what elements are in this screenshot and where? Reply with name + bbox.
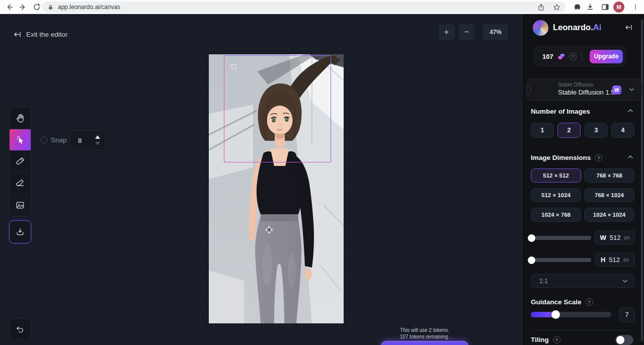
select-cursor-icon [15, 135, 26, 145]
undo-button[interactable] [9, 318, 31, 340]
selection-box[interactable] [224, 55, 331, 162]
tiling-toggle-knob[interactable] [616, 336, 624, 344]
snap-label: Snap [51, 136, 67, 144]
coins-icon [557, 52, 566, 61]
width-slider-handle[interactable] [528, 234, 535, 242]
paint-brush-icon [15, 156, 25, 166]
width-slider[interactable] [531, 236, 591, 240]
select-tool-button[interactable] [10, 129, 31, 151]
guidance-scale-help-icon[interactable]: ? [586, 298, 593, 306]
tiling-toggle[interactable] [615, 335, 633, 345]
dimension-option-1024x1024[interactable]: 1024 × 1024 [584, 208, 634, 222]
sidebar-scrollbar[interactable] [641, 19, 643, 341]
dimension-option-512x512[interactable]: 512 × 512 [531, 168, 581, 183]
tiling-help-icon[interactable]: ? [553, 336, 560, 343]
divider [531, 330, 634, 330]
brand-name: Leonardo. [553, 23, 593, 32]
guidance-scale-header: Guidance Scale ? [531, 298, 593, 306]
extensions-icon[interactable] [573, 3, 582, 12]
height-value: 512 [609, 256, 620, 264]
collapse-number-of-images-icon[interactable] [627, 109, 634, 116]
dimension-option-768x1024[interactable]: 768 × 1024 [584, 188, 634, 202]
guidance-scale-title: Guidance Scale [531, 298, 582, 306]
address-bar[interactable]: app.leonardo.ai/canvas [42, 2, 566, 13]
width-unit: px [624, 234, 629, 240]
url-text: app.leonardo.ai/canvas [58, 4, 537, 11]
move-cursor-icon [265, 225, 274, 234]
num-images-option-4[interactable]: 4 [611, 123, 634, 138]
generate-button[interactable] [381, 341, 468, 345]
tokens-help-icon[interactable]: ? [569, 53, 577, 60]
snap-toggle-icon[interactable] [40, 136, 47, 143]
height-value-box[interactable]: H 512 px [595, 252, 635, 267]
height-slider[interactable] [531, 258, 591, 262]
upgrade-button[interactable]: Upgrade [590, 50, 623, 63]
undo-arrow-icon [15, 324, 25, 334]
sidebar-panel-icon[interactable] [601, 3, 610, 12]
tool-palette [9, 107, 31, 216]
generation-sidebar: Leonardo.Ai 107 ? Upgrade Stable Diffusi… [523, 14, 644, 345]
snap-value-input[interactable]: 8 [69, 130, 106, 150]
canvas-workspace[interactable]: Exit the editor + − 47% [0, 14, 523, 345]
zoom-level-indicator[interactable]: 47% [483, 24, 508, 40]
aspect-ratio-value: 1:1 [539, 278, 622, 285]
profile-avatar[interactable]: M [613, 2, 624, 13]
forward-icon[interactable] [18, 3, 27, 12]
dimension-option-512x1024[interactable]: 512 × 1024 [531, 188, 581, 202]
number-of-images-title: Number of Images [531, 108, 590, 115]
image-icon [15, 200, 25, 210]
back-icon[interactable] [5, 3, 14, 12]
snap-value: 8 [78, 137, 82, 144]
leonardo-canvas-app: Exit the editor + − 47% [0, 14, 644, 345]
image-dimensions-help-icon[interactable]: ? [595, 154, 602, 161]
exit-editor-label: Exit the editor [26, 31, 68, 38]
guidance-value-box[interactable]: 7 [619, 307, 635, 322]
dimension-option-1024x768[interactable]: 1024 × 768 [531, 208, 581, 222]
eraser-icon [15, 178, 25, 188]
reload-icon[interactable] [32, 3, 41, 12]
token-usage-line1: This will use 2 tokens. [374, 327, 475, 333]
num-images-option-2[interactable]: 2 [557, 123, 581, 138]
dimension-option-768x768[interactable]: 768 × 768 [584, 168, 634, 183]
image-tool-button[interactable] [10, 194, 31, 216]
hand-tool-button[interactable] [10, 108, 31, 129]
model-selector-dropdown[interactable]: Stable Diffusion Stable Diffusion 1.5 [526, 78, 642, 101]
exit-editor-button[interactable]: Exit the editor [13, 30, 68, 39]
image-dimensions-title: Image Dimensions [531, 154, 591, 161]
number-of-images-header: Number of Images [531, 108, 590, 115]
snap-step-down-icon[interactable] [95, 142, 100, 145]
leonardo-logo-avatar [532, 20, 549, 36]
download-icon [15, 227, 25, 237]
bookmark-star-icon[interactable] [553, 4, 560, 11]
width-label: W [600, 234, 606, 241]
zoom-in-button[interactable]: + [439, 24, 454, 40]
brand-title: Leonardo.Ai [553, 23, 601, 32]
guidance-slider[interactable] [531, 312, 611, 317]
snap-step-up-icon[interactable] [95, 135, 100, 139]
collapse-image-dimensions-icon[interactable] [627, 155, 634, 162]
paint-tool-button[interactable] [10, 151, 31, 172]
collapse-sidebar-icon[interactable] [624, 23, 633, 32]
model-name: Stable Diffusion 1.5 [558, 89, 615, 96]
model-radio-icon [526, 85, 531, 95]
aspect-ratio-dropdown[interactable]: 1:1 [531, 274, 634, 288]
downloads-icon[interactable] [586, 3, 595, 12]
chevron-down-icon [622, 279, 628, 283]
height-unit: px [623, 256, 629, 263]
token-usage-note: This will use 2 tokens. 107 tokens remai… [374, 327, 475, 340]
hand-icon [15, 113, 26, 124]
image-dimensions-header: Image Dimensions ? [531, 154, 602, 161]
zoom-out-button[interactable]: − [459, 24, 474, 40]
num-images-option-1[interactable]: 1 [531, 123, 554, 138]
width-value-box[interactable]: W 512 px [595, 230, 635, 244]
kebab-menu-icon[interactable] [631, 3, 640, 12]
share-icon[interactable] [537, 4, 545, 11]
eraser-tool-button[interactable] [10, 172, 31, 194]
guidance-slider-handle[interactable] [551, 310, 560, 319]
height-slider-handle[interactable] [528, 256, 535, 264]
download-tool-button[interactable] [9, 220, 31, 243]
token-usage-line2: 107 tokens remaining. [374, 333, 475, 340]
num-images-option-3[interactable]: 3 [585, 123, 608, 138]
model-thumbnail-icon [612, 85, 621, 95]
brand-accent: Ai [593, 23, 602, 32]
